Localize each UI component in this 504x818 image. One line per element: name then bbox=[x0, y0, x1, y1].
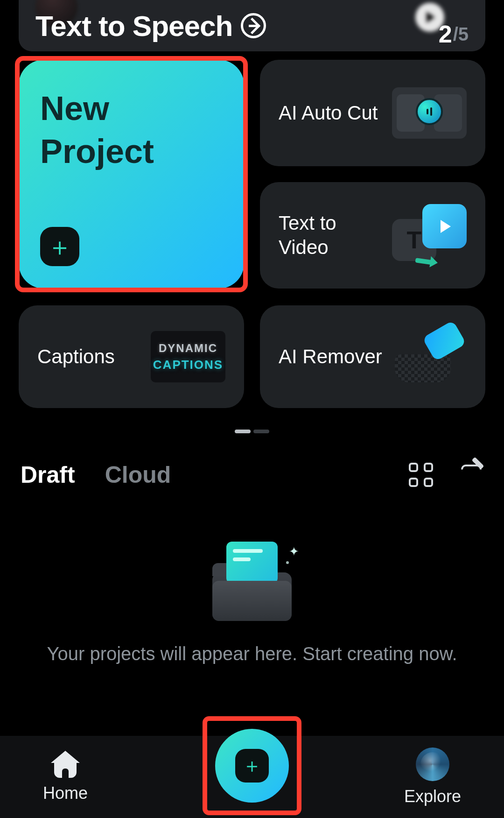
tab-cloud[interactable]: Cloud bbox=[105, 461, 171, 488]
nav-explore[interactable]: Explore bbox=[404, 747, 461, 806]
project-tabs-row: Draft Cloud bbox=[21, 461, 483, 488]
empty-state-message: Your projects will appear here. Start cr… bbox=[47, 643, 457, 664]
banner-title-row: Text to Speech bbox=[35, 9, 266, 42]
app-screen: { "banner": { "title": "Text to Speech",… bbox=[0, 0, 504, 818]
tab-draft[interactable]: Draft bbox=[21, 461, 75, 488]
tool-grid-row-3: Captions DYNAMIC CAPTIONS AI Remover bbox=[19, 305, 485, 408]
tool-grid: New Project ＋ AI Auto Cut Text to Video … bbox=[19, 60, 485, 289]
banner-title: Text to Speech bbox=[35, 9, 232, 42]
ai-remover-icon bbox=[392, 331, 467, 382]
carousel-dot-active bbox=[235, 430, 251, 433]
nav-home[interactable]: Home bbox=[43, 751, 88, 803]
text-to-video-icon: T bbox=[392, 210, 467, 261]
banner-page-counter: 2 /5 bbox=[439, 20, 469, 48]
empty-state: ✦ Your projects will appear here. Start … bbox=[0, 551, 504, 664]
ai-auto-cut-label: AI Auto Cut bbox=[279, 101, 378, 126]
nav-explore-label: Explore bbox=[404, 787, 461, 806]
project-tabs: Draft Cloud bbox=[21, 461, 171, 488]
edit-icon[interactable] bbox=[459, 463, 483, 487]
captions-label: Captions bbox=[37, 345, 115, 369]
featured-banner[interactable]: Text to Speech 2 /5 bbox=[19, 0, 485, 51]
create-button[interactable]: ＋ bbox=[203, 716, 301, 815]
ai-remover-label: AI Remover bbox=[279, 345, 382, 369]
home-icon bbox=[51, 751, 80, 778]
explore-icon bbox=[416, 747, 449, 781]
new-project-button[interactable]: New Project ＋ bbox=[19, 60, 244, 289]
arrow-right-circle-icon bbox=[241, 13, 266, 38]
text-to-video-label: Text to Video bbox=[279, 211, 388, 260]
create-circle: ＋ bbox=[215, 729, 289, 803]
nav-home-label: Home bbox=[43, 783, 88, 803]
new-project-label: New Project bbox=[40, 87, 223, 173]
captions-icon: DYNAMIC CAPTIONS bbox=[151, 331, 225, 382]
ai-auto-cut-button[interactable]: AI Auto Cut bbox=[260, 60, 485, 166]
captions-thumb-line1: DYNAMIC bbox=[159, 342, 217, 355]
grid-view-icon[interactable] bbox=[409, 463, 433, 487]
counter-total: /5 bbox=[453, 24, 469, 45]
plus-icon: ＋ bbox=[235, 749, 269, 783]
ai-auto-cut-icon bbox=[392, 87, 467, 139]
project-tab-actions bbox=[409, 463, 483, 487]
counter-current: 2 bbox=[439, 20, 452, 48]
carousel-dot bbox=[253, 430, 269, 433]
text-to-video-button[interactable]: Text to Video T bbox=[260, 182, 485, 289]
empty-folder-icon: ✦ bbox=[212, 551, 292, 621]
ai-remover-button[interactable]: AI Remover bbox=[260, 305, 485, 408]
carousel-dots bbox=[235, 430, 269, 433]
captions-button[interactable]: Captions DYNAMIC CAPTIONS bbox=[19, 305, 244, 408]
captions-thumb-line2: CAPTIONS bbox=[153, 358, 223, 372]
plus-icon: ＋ bbox=[40, 227, 79, 266]
